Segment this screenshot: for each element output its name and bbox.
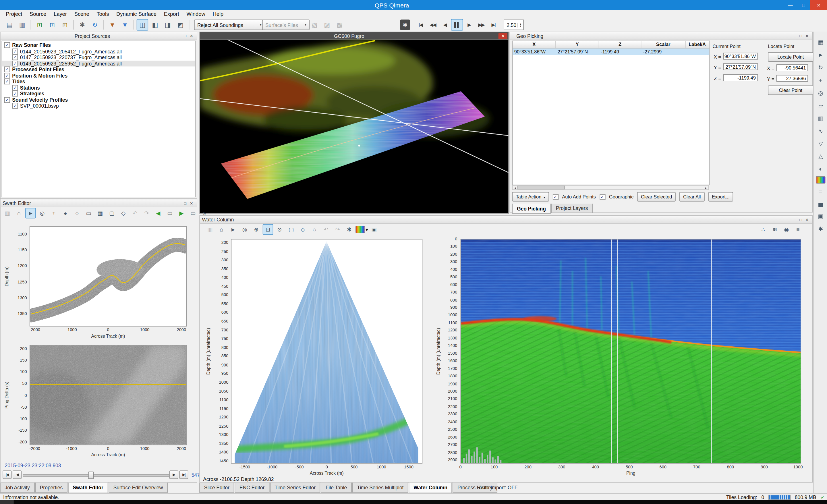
screen-a-icon[interactable]: ▭	[164, 208, 175, 218]
playback-speed-spinner[interactable]: 2.50 ▴ ▾	[504, 19, 524, 30]
checkbox-icon[interactable]: ✓	[12, 91, 18, 97]
select-mode-icon[interactable]: ►	[816, 50, 826, 60]
tab-file-table[interactable]: File Table	[321, 483, 351, 493]
lasso-select-icon[interactable]: ◌	[309, 224, 320, 235]
checkbox-icon[interactable]: ✓	[12, 85, 18, 91]
column-header-y[interactable]: Y	[556, 41, 599, 48]
close-panel-icon[interactable]: ✕	[804, 33, 810, 39]
maximize-icon[interactable]: □	[797, 0, 810, 10]
swath-depth-plot[interactable]	[30, 226, 187, 326]
checkbox-icon[interactable]: ✓	[552, 194, 558, 200]
zoom-view-icon[interactable]: ◎	[816, 88, 826, 98]
checkbox-icon[interactable]: ✓	[4, 73, 10, 79]
float-panel-icon[interactable]: □	[797, 33, 804, 39]
colormap-icon[interactable]	[355, 226, 365, 233]
menu-source[interactable]: Source	[26, 11, 50, 17]
spinner-arrows[interactable]: ▴ ▾	[518, 22, 523, 27]
column-header-scalar[interactable]: Scalar	[641, 41, 685, 48]
menu-help[interactable]: Help	[209, 11, 228, 17]
undo-icon[interactable]: ↶	[321, 224, 331, 235]
zoom-icon[interactable]: ◎	[240, 224, 250, 235]
import-file-icon[interactable]: ▤	[4, 19, 15, 31]
tree-item-raw-sonar-files[interactable]: ✓Raw Sonar Files	[2, 42, 195, 48]
scene-settings-icon[interactable]: ✱	[816, 224, 826, 234]
slider-track[interactable]	[23, 474, 169, 477]
auto-add-points-checkbox[interactable]: ✓ Auto Add Points	[552, 194, 596, 200]
tree-item-processed-point-files[interactable]: ✓Processed Point Files	[2, 66, 195, 72]
select-cursor-icon[interactable]: ►	[25, 208, 36, 218]
pick-sounding-icon[interactable]: +	[49, 208, 59, 218]
viewport-close-icon[interactable]: ✕	[498, 33, 507, 39]
undo-icon[interactable]: ↶	[130, 208, 140, 218]
column-header-x[interactable]: X	[513, 41, 556, 48]
tree-item-stations[interactable]: ✓Stations	[2, 85, 195, 91]
accept-soundings-icon[interactable]: ●	[60, 208, 70, 218]
surface-tool-a-icon[interactable]: ▧	[308, 19, 320, 31]
slice-edit-tool-icon[interactable]: ◫	[137, 19, 148, 31]
export-button[interactable]: Export...	[708, 192, 733, 202]
redo-icon[interactable]: ↷	[332, 224, 343, 235]
tab-job-activity[interactable]: Job Activity	[0, 483, 35, 493]
add-raw-sonar-icon[interactable]: ⊞	[34, 19, 45, 31]
rewind-icon[interactable]: ◀◀	[427, 19, 439, 31]
slider-thumb[interactable]	[88, 471, 94, 479]
save-icon[interactable]: ▥	[2, 208, 13, 218]
pause-icon[interactable]: ▌▌	[451, 19, 463, 31]
current-x-field[interactable]: 90°33'51.86"W	[723, 53, 758, 60]
tab-slice-editor[interactable]: Slice Editor	[199, 483, 234, 493]
prev-ping-icon[interactable]: ◀	[153, 208, 164, 218]
spline-filter-icon[interactable]: ▼	[119, 19, 131, 31]
tab-properties[interactable]: Properties	[35, 483, 67, 493]
log-view-icon[interactable]: ≡	[793, 224, 804, 235]
reprocess-icon[interactable]: ↻	[89, 19, 100, 31]
slice-view-icon[interactable]: ▥	[816, 113, 826, 123]
float-panel-icon[interactable]: □	[182, 33, 188, 39]
close-panel-icon[interactable]: ✕	[804, 216, 810, 222]
water-column-view-icon[interactable]: ▽	[816, 138, 826, 149]
clear-all-button[interactable]: Clear All	[679, 192, 704, 202]
scene-3d-canvas[interactable]	[200, 40, 508, 213]
current-z-field[interactable]: -1199.49	[723, 74, 758, 81]
clear-selected-button[interactable]: Clear Selected	[637, 192, 676, 202]
lasso-select-icon[interactable]: ◇	[118, 208, 129, 218]
menu-dynamic-surface[interactable]: Dynamic Surface	[112, 11, 160, 17]
colormap-icon-caret[interactable]: ▾	[366, 226, 368, 232]
surface-tool-b-icon[interactable]: ▨	[321, 19, 333, 31]
menu-window[interactable]: Window	[183, 11, 209, 17]
measure-icon[interactable]: ▱	[816, 100, 826, 111]
tab-enc-editor[interactable]: ENC Editor	[235, 483, 269, 493]
layers-icon[interactable]: ≡	[816, 186, 826, 196]
geo-picking-table[interactable]: XYZScalarLabel/A 90°33'51.86"W27°21'57.0…	[512, 41, 710, 185]
tab-time-series-editor[interactable]: Time Series Editor	[270, 483, 321, 493]
visibility-icon[interactable]: ◉	[781, 224, 792, 235]
pan-view-icon[interactable]: +	[816, 75, 826, 86]
spin-down-icon[interactable]: ▾	[520, 25, 522, 27]
menu-project[interactable]: Project	[2, 11, 26, 17]
histogram-icon[interactable]: ▅	[816, 198, 826, 209]
grid-select-icon[interactable]: ▦	[95, 208, 106, 218]
column-header-label-a[interactable]: Label/A	[686, 41, 710, 48]
surface-files-dropdown[interactable]: Surface's Files ▾	[262, 19, 309, 30]
step-back-icon[interactable]: ◀	[439, 19, 451, 31]
add-surface-icon[interactable]: ⊞	[59, 19, 70, 31]
tab-water-column[interactable]: Water Column	[409, 483, 452, 493]
redo-icon[interactable]: ↷	[141, 208, 152, 218]
reject-soundings-icon[interactable]: ◌	[72, 208, 83, 218]
scrollbar-thumb[interactable]	[518, 186, 565, 190]
profile-view-icon[interactable]: ∿	[816, 125, 826, 136]
rotate-view-icon[interactable]: ↻	[816, 62, 826, 73]
shading-icon[interactable]: ◐	[816, 163, 826, 174]
locate-point-button[interactable]: Locate Point	[768, 52, 813, 62]
clear-point-button[interactable]: Clear Point	[768, 86, 813, 95]
taskbar-item[interactable]	[0, 500, 14, 504]
eraser-icon[interactable]: ▭	[83, 208, 94, 218]
swath-backscatter-plot[interactable]	[30, 345, 187, 445]
tree-item-tides[interactable]: ✓Tides	[2, 79, 195, 85]
checkbox-icon[interactable]: ✓	[12, 103, 18, 109]
play-icon[interactable]: ▶	[463, 19, 475, 31]
reject-mode-dropdown[interactable]: Reject All Soundings ▾	[194, 19, 265, 30]
tab-project-layers[interactable]: Project Layers	[551, 204, 593, 213]
zoom-dynamic-icon[interactable]: ⊙	[274, 224, 285, 235]
viewport-header[interactable]: GC600 Fugro ✕	[200, 32, 508, 40]
show-beams-icon[interactable]: ≋	[770, 224, 780, 235]
